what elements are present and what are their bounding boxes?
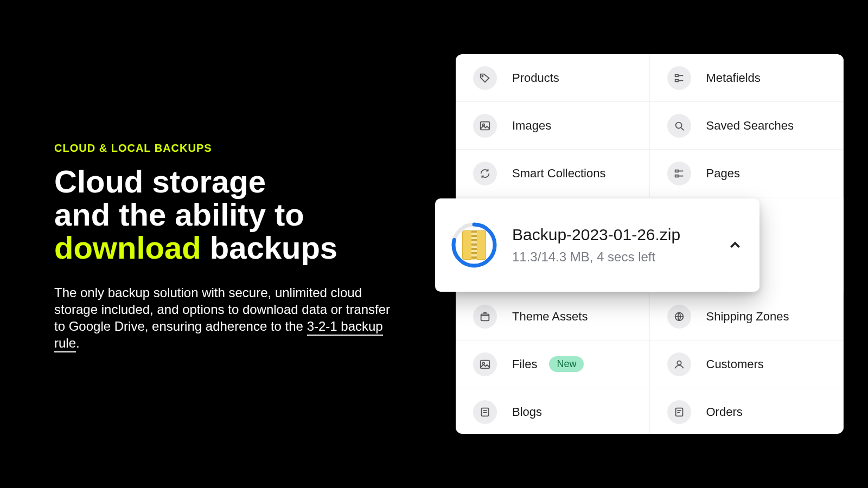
tag-icon — [473, 66, 497, 90]
svg-rect-3 — [675, 79, 678, 81]
panel-item-smart-collections[interactable]: Smart Collections — [456, 150, 650, 197]
panel-item-label: Products — [512, 71, 559, 85]
panel-item-products[interactable]: Products — [456, 54, 650, 102]
package-icon — [473, 305, 497, 329]
panel-item-label: Images — [512, 119, 551, 133]
eyebrow: CLOUD & LOCAL BACKUPS — [54, 142, 391, 155]
headline: Cloud storage and the ability to downloa… — [54, 165, 391, 265]
panel-item-label: Files — [512, 357, 537, 371]
note-icon — [473, 400, 497, 424]
download-text: Backup-2023-01-26.zip 11.3/14.3 MB, 4 se… — [512, 226, 680, 265]
download-filename: Backup-2023-01-26.zip — [512, 226, 680, 244]
image-icon — [473, 352, 497, 376]
svg-rect-15 — [481, 360, 490, 368]
panel-item-shipping-zones[interactable]: Shipping Zones — [650, 293, 844, 341]
progress-ring — [451, 222, 497, 268]
zip-file-icon — [462, 230, 486, 260]
panel-item-label: Pages — [706, 166, 740, 181]
svg-point-0 — [482, 75, 483, 76]
new-badge: New — [549, 356, 584, 372]
headline-line3: backups — [201, 230, 337, 265]
search-icon — [667, 114, 691, 138]
svg-rect-5 — [481, 121, 490, 130]
panel-item-metafields[interactable]: Metafields — [650, 54, 844, 102]
chevron-up-icon[interactable] — [727, 237, 743, 253]
panel-item-label: Smart Collections — [512, 166, 605, 181]
svg-point-7 — [675, 122, 681, 128]
globe-icon — [667, 305, 691, 329]
headline-accent: download — [54, 230, 201, 265]
svg-line-8 — [681, 127, 684, 130]
image-icon — [473, 114, 497, 138]
svg-rect-1 — [675, 74, 678, 76]
user-icon — [667, 352, 691, 376]
panel-item-pages[interactable]: Pages — [650, 150, 844, 197]
svg-rect-13 — [481, 314, 489, 320]
download-status: 11.3/14.3 MB, 4 secs left — [512, 249, 680, 265]
panel-item-customers[interactable]: Customers — [650, 341, 844, 388]
body-text: The only backup solution with secure, un… — [54, 284, 391, 352]
panel-item-orders[interactable]: Orders — [650, 388, 844, 434]
panel-item-files[interactable]: Files New — [456, 341, 650, 388]
headline-line2: and the ability to — [54, 197, 304, 232]
panel-item-theme-assets[interactable]: Theme Assets — [456, 293, 650, 341]
svg-rect-9 — [675, 170, 678, 172]
list-icon — [667, 66, 691, 90]
panel-item-label: Metafields — [706, 71, 761, 85]
download-card[interactable]: Backup-2023-01-26.zip 11.3/14.3 MB, 4 se… — [435, 198, 760, 292]
hero-text: CLOUD & LOCAL BACKUPS Cloud storage and … — [54, 142, 391, 351]
panel-item-label: Theme Assets — [512, 310, 588, 324]
svg-point-17 — [677, 361, 681, 364]
panel-item-label: Shipping Zones — [706, 310, 789, 324]
panel-item-saved-searches[interactable]: Saved Searches — [650, 102, 844, 150]
panel-item-label: Blogs — [512, 405, 542, 419]
refresh-icon — [473, 162, 497, 185]
panel-item-label: Saved Searches — [706, 119, 794, 133]
svg-rect-11 — [675, 175, 678, 177]
receipt-icon — [667, 400, 691, 424]
headline-line1: Cloud storage — [54, 164, 266, 199]
panel-item-label: Customers — [706, 357, 764, 371]
panel-item-blogs[interactable]: Blogs — [456, 388, 650, 434]
body-part2: . — [76, 336, 80, 350]
panel-item-label: Orders — [706, 405, 743, 419]
panel-item-images[interactable]: Images — [456, 102, 650, 150]
list-icon — [667, 162, 691, 185]
